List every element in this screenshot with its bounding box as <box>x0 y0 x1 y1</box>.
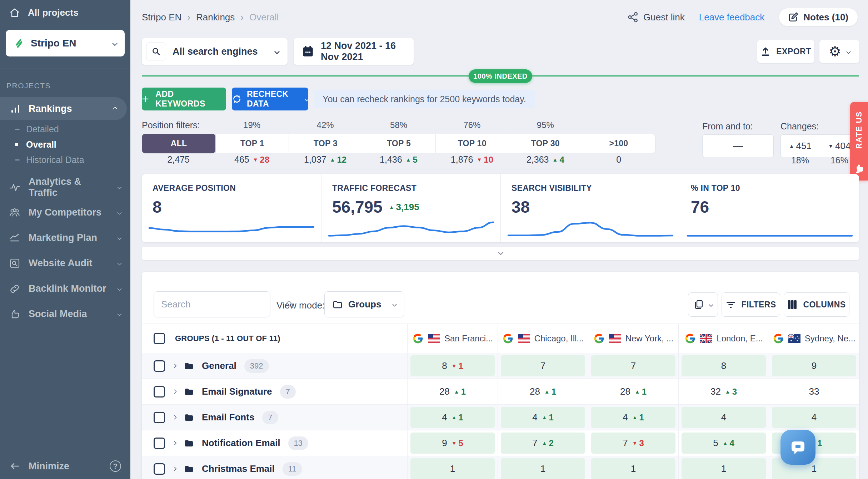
chat-widget-button[interactable] <box>780 430 815 465</box>
card-traffic-forecast: TRAFFIC FORECAST 56,795 3,195 <box>321 174 500 242</box>
rank-cell[interactable]: 72 <box>498 430 588 456</box>
rank-cell[interactable]: 281 <box>588 379 678 404</box>
sidebar-item-analytics-traffic[interactable]: Analytics & Traffic <box>0 174 130 200</box>
rank-cell[interactable]: 33 <box>769 379 859 404</box>
search-engine-select[interactable]: All search engines <box>142 38 288 65</box>
chevron-right-icon[interactable] <box>172 415 177 420</box>
from-and-to-input[interactable]: — <box>702 134 774 157</box>
rank-cell[interactable]: 81 <box>407 353 498 379</box>
count-top1: 46528 <box>215 154 288 165</box>
sidebar-item-website-audit[interactable]: Website Audit <box>0 251 130 276</box>
row-checkbox[interactable] <box>154 438 165 449</box>
tab-top10[interactable]: TOP 10 <box>435 134 509 153</box>
select-all-checkbox[interactable] <box>154 333 165 344</box>
upload-icon <box>760 46 770 56</box>
rank-cell[interactable]: 8 <box>678 353 769 379</box>
column-header-sydney[interactable]: Sydney, Ne... <box>769 324 859 353</box>
rank-cell[interactable]: 41 <box>498 405 588 430</box>
breadcrumb-rankings[interactable]: Rankings <box>187 12 235 23</box>
columns-button[interactable]: COLUMNS <box>784 292 849 317</box>
group-name[interactable]: Email Signature <box>202 386 272 397</box>
rank-cell[interactable]: 7 <box>588 353 678 379</box>
sidebar-item-social-media[interactable]: Social Media <box>0 301 130 327</box>
sidebar-item-overall[interactable]: Overall <box>0 137 130 152</box>
table-header: GROUPS (1 - 11 OUT OF 11) San Franci... … <box>142 324 859 353</box>
project-selector[interactable]: Stripo EN <box>6 30 125 56</box>
tab-all[interactable]: ALL <box>142 134 216 153</box>
chevron-right-icon[interactable] <box>172 389 177 394</box>
sidebar-item-historical-data[interactable]: Historical Data <box>0 152 130 168</box>
row-checkbox[interactable] <box>154 463 165 475</box>
leave-feedback-link[interactable]: Leave feedback <box>699 12 765 23</box>
rank-cell[interactable]: 9 <box>769 353 859 379</box>
tab-top30[interactable]: TOP 30 <box>509 134 582 153</box>
chevron-right-icon[interactable] <box>172 441 177 445</box>
count-top30: 2,3634 <box>509 154 582 165</box>
rank-cell[interactable]: 1 <box>678 456 769 479</box>
column-header-san-francisco[interactable]: San Franci... <box>407 324 498 353</box>
column-header-new-york[interactable]: New York, ... <box>588 324 678 353</box>
rank-cell[interactable]: 281 <box>498 379 588 404</box>
sidebar-item-backlink-monitor[interactable]: Backlink Monitor <box>0 276 130 301</box>
tab-top1[interactable]: TOP 1 <box>215 134 289 153</box>
recheck-data-button[interactable]: RECHECK DATA <box>232 88 308 110</box>
guest-link-button[interactable]: Guest link <box>628 12 685 23</box>
rank-cell[interactable]: 95 <box>407 430 498 456</box>
rank-cell[interactable]: 323 <box>678 379 769 404</box>
rank-cell[interactable]: 281 <box>407 379 498 404</box>
flag-gb-icon <box>700 334 712 343</box>
column-header-london[interactable]: London, E... <box>678 324 769 353</box>
dash-bullet-icon <box>15 159 20 161</box>
row-checkbox[interactable] <box>154 386 165 397</box>
settings-button[interactable]: ⚙ <box>819 40 859 63</box>
tab-gt100[interactable]: >100 <box>582 134 655 153</box>
group-name[interactable]: General <box>202 360 236 371</box>
rank-cell[interactable]: 1 <box>588 456 678 479</box>
notes-label: Notes (10) <box>803 12 848 23</box>
help-icon[interactable]: ? <box>110 460 121 472</box>
tab-top3[interactable]: TOP 3 <box>289 134 362 153</box>
copy-view-button[interactable] <box>688 292 718 317</box>
date-range-picker[interactable]: 12 Nov 2021 - 16 Nov 2021 <box>294 38 414 65</box>
overall-label: Overall <box>26 139 56 150</box>
chevron-right-icon[interactable] <box>172 364 177 368</box>
tab-top5[interactable]: TOP 5 <box>362 134 435 153</box>
group-name[interactable]: Email Fonts <box>202 412 254 423</box>
count-top10: 1,87610 <box>435 154 509 165</box>
rank-cell[interactable]: 4 <box>678 405 769 430</box>
sidebar-item-all-projects[interactable]: All projects <box>9 7 79 18</box>
add-keywords-button[interactable]: + ADD KEYWORDS <box>142 88 226 110</box>
filters-button[interactable]: FILTERS <box>722 292 780 317</box>
card-value: 76 <box>691 197 709 217</box>
row-checkbox[interactable] <box>154 360 165 372</box>
view-mode-select[interactable]: Groups <box>324 291 404 317</box>
cards-expander[interactable] <box>142 247 859 260</box>
thumbs-up-icon <box>9 309 20 320</box>
minimize-label[interactable]: Minimize <box>29 461 101 472</box>
export-button[interactable]: EXPORT <box>757 40 814 63</box>
chevron-right-icon[interactable] <box>172 466 177 471</box>
rank-cell[interactable]: 73 <box>588 430 678 456</box>
rank-cell[interactable]: 1 <box>498 456 588 479</box>
sidebar-item-detailed[interactable]: Detailed <box>0 122 130 137</box>
notes-button[interactable]: Notes (10) <box>779 8 858 26</box>
row-checkbox[interactable] <box>154 412 165 423</box>
column-header-chicago[interactable]: Chicago, Ill... <box>498 324 588 353</box>
search-input[interactable] <box>161 299 281 310</box>
breadcrumb-project[interactable]: Stripo EN <box>142 12 181 23</box>
sidebar-item-marketing-plan[interactable]: Marketing Plan <box>0 225 130 251</box>
google-icon <box>773 333 784 344</box>
sidebar-menu: Analytics & Traffic My Competitors Marke… <box>0 174 130 327</box>
sparkline-chart <box>686 217 854 240</box>
sidebar-item-my-competitors[interactable]: My Competitors <box>0 200 130 225</box>
rate-us-ribbon[interactable]: RATE US <box>850 102 868 181</box>
rank-cell[interactable]: 54 <box>678 430 769 456</box>
group-name[interactable]: Christmas Email <box>202 463 275 474</box>
rank-cell[interactable]: 1 <box>407 456 498 479</box>
rank-cell[interactable]: 4 <box>769 405 859 430</box>
rank-cell[interactable]: 41 <box>407 405 498 430</box>
group-name[interactable]: Notification Email <box>202 438 280 449</box>
rank-cell[interactable]: 41 <box>588 405 678 430</box>
sidebar-item-rankings[interactable]: Rankings <box>0 97 127 120</box>
rank-cell[interactable]: 7 <box>498 353 588 379</box>
